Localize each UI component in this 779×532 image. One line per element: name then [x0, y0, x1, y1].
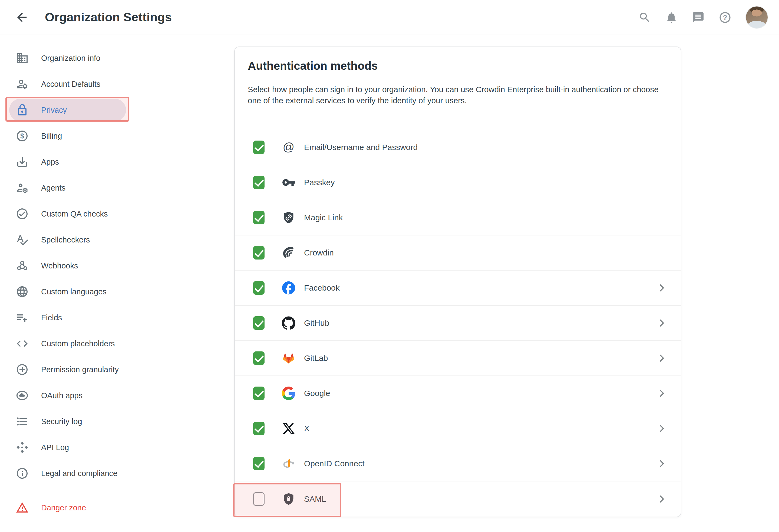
sidebar-item[interactable]: Permission granularity [9, 358, 126, 381]
sidebar-item[interactable]: Custom languages [9, 280, 126, 303]
auth-method-checkbox[interactable] [253, 492, 264, 506]
authentication-methods-card: Authentication methods Select how people… [234, 47, 681, 517]
sidebar-item[interactable]: Agents [9, 177, 126, 199]
header-actions [638, 6, 768, 29]
sidebar-item-label: Permission granularity [41, 365, 119, 374]
auth-method-label: GitLab [304, 353, 328, 363]
search-button[interactable] [638, 11, 651, 24]
auth-method-checkbox[interactable] [253, 351, 264, 365]
auth-method-checkbox[interactable] [253, 457, 264, 470]
auth-method-row[interactable]: OpenID Connect [235, 446, 681, 481]
auth-method-row[interactable]: Google [235, 376, 681, 411]
auth-method-row[interactable]: Email/Username and Password [235, 130, 681, 165]
api-dots-icon [16, 441, 29, 454]
sidebar-item[interactable]: Organization info [9, 47, 126, 69]
sidebar-item-label: Webhooks [41, 261, 78, 270]
sidebar-item-label: Privacy [41, 106, 67, 115]
chat-icon [692, 11, 705, 24]
auth-method-label: OpenID Connect [304, 459, 364, 468]
auth-methods-list: Email/Username and Password Passkey Magi… [235, 130, 681, 517]
sidebar-item[interactable]: Custom QA checks [9, 202, 126, 225]
auth-method-row[interactable]: Crowdin [235, 236, 681, 271]
sidebar-item[interactable]: OAuth apps [9, 384, 126, 407]
chevron-right-icon[interactable] [656, 423, 667, 434]
sidebar-item-label: Security log [41, 417, 82, 426]
sidebar-item[interactable]: Fields [9, 306, 126, 329]
sidebar-item-label: Organization info [41, 54, 100, 63]
check-circle-icon [16, 207, 29, 220]
chevron-right-icon[interactable] [656, 318, 667, 328]
chevron-right-icon[interactable] [656, 353, 667, 363]
auth-method-row[interactable]: Facebook [235, 271, 681, 306]
sidebar-item-label: Legal and compliance [41, 469, 117, 478]
app-header: Organization Settings [0, 0, 779, 35]
spellcheck-icon [16, 233, 29, 246]
auth-method-row[interactable]: X [235, 411, 681, 446]
sidebar-item[interactable]: Webhooks [9, 254, 126, 277]
crowdin-icon [282, 246, 295, 260]
building-icon [16, 52, 29, 65]
list-icon [16, 415, 29, 428]
globe-icon [16, 285, 29, 298]
auth-method-checkbox[interactable] [253, 316, 264, 330]
auth-method-row[interactable]: SAML [235, 481, 681, 517]
auth-method-checkbox[interactable] [253, 281, 264, 295]
card-title: Authentication methods [248, 60, 668, 72]
auth-method-checkbox[interactable] [253, 141, 264, 154]
sidebar-item[interactable]: API Log [9, 436, 126, 459]
sidebar-item[interactable]: Security log [9, 410, 126, 433]
sidebar-item[interactable]: Billing [9, 125, 126, 147]
key-icon [282, 176, 295, 189]
chevron-right-icon[interactable] [656, 494, 667, 504]
auth-method-row[interactable]: Passkey [235, 165, 681, 200]
auth-method-checkbox[interactable] [253, 176, 264, 189]
sidebar-item[interactable]: Account Defaults [9, 73, 126, 95]
sidebar-item[interactable]: Danger zone [9, 496, 126, 519]
auth-method-label: GitHub [304, 319, 329, 328]
chevron-right-icon[interactable] [656, 388, 667, 398]
settings-sidebar: Organization info Account Defaults Priva… [0, 35, 225, 522]
sidebar-item-label: Custom QA checks [41, 209, 108, 218]
sidebar-item-label: Apps [41, 157, 59, 167]
auth-method-label: Google [304, 389, 330, 398]
auth-method-label: Magic Link [304, 213, 343, 222]
auth-method-label: SAML [304, 494, 326, 504]
auth-method-label: Email/Username and Password [304, 143, 418, 152]
sidebar-item[interactable]: Legal and compliance [9, 462, 126, 485]
sidebar-item-label: Danger zone [41, 503, 86, 512]
auth-method-row[interactable]: GitHub [235, 306, 681, 341]
auth-method-checkbox[interactable] [253, 246, 264, 260]
page-title: Organization Settings [45, 10, 172, 24]
agent-icon [16, 181, 29, 194]
auth-method-checkbox[interactable] [253, 387, 264, 400]
sidebar-item[interactable]: Apps [9, 150, 126, 173]
sidebar-item[interactable]: Spellcheckers [9, 228, 126, 251]
chevron-right-icon[interactable] [656, 283, 667, 293]
back-button[interactable] [14, 9, 30, 25]
auth-method-label: X [304, 424, 309, 433]
help-button[interactable] [719, 11, 731, 24]
auth-method-label: Facebook [304, 283, 340, 292]
sidebar-item-label: Custom languages [41, 287, 107, 296]
fields-icon [16, 311, 29, 324]
sidebar-item-label: Billing [41, 132, 62, 141]
chevron-right-icon[interactable] [656, 459, 667, 469]
gitlab-icon [282, 351, 295, 365]
notifications-button[interactable] [665, 11, 678, 24]
oauth-cloud-icon [16, 389, 29, 402]
github-icon [282, 316, 295, 330]
arrow-back-icon [15, 10, 29, 24]
auth-method-row[interactable]: Magic Link [235, 200, 681, 236]
bell-icon [665, 11, 678, 24]
organization-settings-page: Organization Settings Organization info … [0, 0, 779, 532]
user-avatar[interactable] [745, 6, 768, 29]
auth-method-checkbox[interactable] [253, 422, 264, 435]
shield-link-icon [282, 211, 295, 224]
sidebar-item-label: Agents [41, 184, 65, 193]
sidebar-item[interactable]: Custom placeholders [9, 332, 126, 355]
auth-method-checkbox[interactable] [253, 211, 264, 224]
messages-button[interactable] [692, 11, 705, 24]
auth-method-row[interactable]: GitLab [235, 341, 681, 376]
sidebar-item[interactable]: Privacy [9, 99, 126, 121]
sidebar-item-label: Custom placeholders [41, 339, 115, 348]
